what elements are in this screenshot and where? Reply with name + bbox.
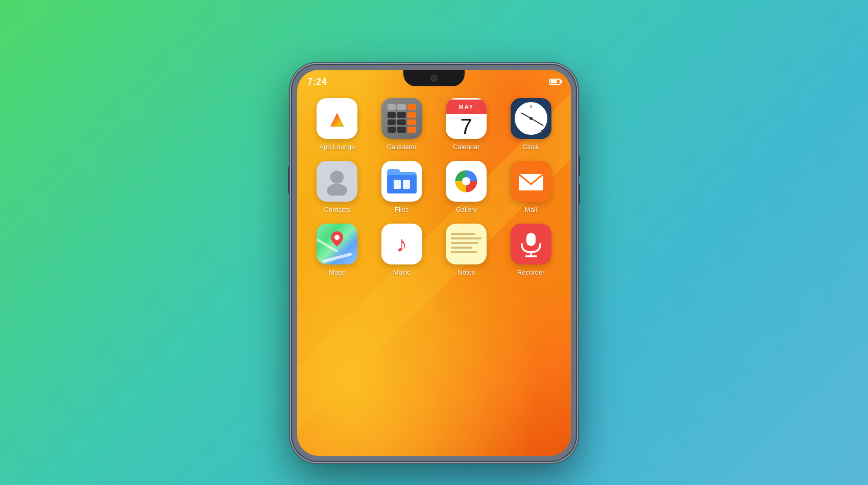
clock-tick-12: [531, 105, 532, 108]
app-label-calculator: Calculator: [387, 143, 417, 151]
app-item-mail[interactable]: Mail: [501, 161, 561, 213]
status-bar: 7:24: [307, 74, 561, 89]
app-icon-maps: [317, 224, 357, 264]
app-item-recorder[interactable]: Recorder: [501, 224, 561, 276]
app-label-mail: Mail: [525, 206, 537, 213]
app-icon-gallery: [446, 161, 487, 202]
calc-grid: [381, 98, 422, 139]
app-icon-music: ♪: [381, 224, 422, 264]
power-button[interactable]: [288, 166, 291, 194]
contacts-svg: [323, 167, 351, 196]
app-label-recorder: Recorder: [517, 269, 544, 276]
phone-frame: 7:24 ▲ App Lounge: [291, 64, 577, 462]
app-label-app-lounge: App Lounge: [319, 143, 355, 151]
volume-down-button[interactable]: [577, 184, 580, 204]
battery-fill: [551, 80, 557, 83]
app-icon-app-lounge: ▲: [317, 98, 357, 139]
app-label-gallery: Gallery: [456, 206, 477, 213]
app-item-files[interactable]: Files: [372, 161, 432, 213]
app-icon-calculator: [381, 98, 422, 139]
volume-up-button[interactable]: [577, 156, 580, 176]
app-icon-calendar: MAY 7: [446, 98, 487, 139]
app-item-contacts[interactable]: Contacts: [307, 161, 367, 213]
calendar-date: 7: [461, 116, 472, 137]
app-item-app-lounge[interactable]: ▲ App Lounge: [307, 98, 367, 151]
music-note: ♪: [396, 233, 407, 255]
phone-screen: 7:24 ▲ App Lounge: [297, 70, 571, 456]
mail-svg: [515, 165, 547, 198]
app-item-notes[interactable]: Notes: [437, 224, 496, 276]
app-label-files: Files: [395, 206, 408, 213]
app-icon-clock: [511, 98, 551, 139]
recorder-svg: [515, 228, 547, 260]
app-item-calculator[interactable]: Calculator: [372, 98, 432, 151]
clock-center-dot: [529, 117, 533, 120]
app-item-calendar[interactable]: MAY 7 Calendar: [437, 98, 496, 151]
app-lounge-logo: ▲: [325, 107, 349, 130]
clock-face: [515, 102, 547, 135]
app-item-clock[interactable]: Clock: [501, 98, 561, 151]
svg-point-0: [330, 171, 344, 184]
files-folder: [387, 169, 417, 193]
app-label-contacts: Contacts: [324, 206, 350, 213]
maps-pin-svg: [331, 231, 343, 247]
phone-wrapper: 7:24 ▲ App Lounge: [291, 64, 577, 462]
app-item-gallery[interactable]: Gallery: [437, 161, 496, 213]
app-icon-recorder: [511, 224, 551, 264]
status-time: 7:24: [307, 77, 327, 87]
app-label-music: Music: [393, 269, 411, 276]
app-icon-contacts: [317, 161, 357, 202]
app-label-calendar: Calendar: [453, 143, 480, 151]
minute-hand: [531, 118, 543, 126]
svg-point-3: [462, 177, 470, 185]
app-label-notes: Notes: [457, 269, 475, 276]
status-icons: [549, 79, 561, 85]
calendar-header: MAY: [446, 100, 487, 114]
battery-icon: [549, 79, 561, 85]
svg-rect-8: [526, 233, 536, 246]
app-icon-notes: [446, 224, 487, 264]
app-icon-files: [381, 161, 422, 202]
app-grid: ▲ App Lounge: [307, 98, 561, 446]
app-label-maps: Maps: [329, 269, 345, 276]
gallery-svg: [452, 167, 480, 196]
svg-point-6: [334, 235, 340, 240]
svg-point-1: [327, 184, 347, 196]
clock-tick-3: [541, 130, 542, 133]
app-item-music[interactable]: ♪ Music: [372, 224, 432, 276]
app-label-clock: Clock: [522, 143, 539, 151]
app-icon-mail: [511, 161, 551, 202]
app-item-maps[interactable]: Maps: [307, 224, 367, 276]
